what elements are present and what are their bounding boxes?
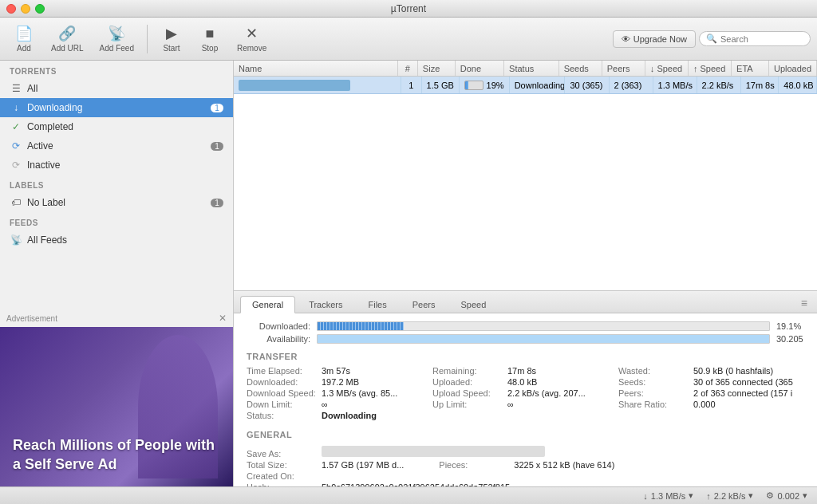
col-seeds-header[interactable]: Seeds — [559, 61, 602, 76]
sidebar-item-inactive[interactable]: ⟳ Inactive — [0, 156, 233, 175]
pieces-val: 3225 x 512 kB (have 614) — [514, 460, 614, 470]
remove-button[interactable]: ✕ Remove — [231, 22, 273, 56]
down-speed-arrow: ▾ — [689, 490, 693, 501]
seeds-row: Seeds: 30 of 365 connected (365 — [618, 377, 804, 387]
ratio-value: 0.002 — [777, 491, 799, 501]
downloaded-progress-row: Downloaded: 19.1% — [247, 321, 804, 331]
feeds-icon: 📡 — [10, 234, 22, 246]
add-button[interactable]: 📄 Add — [6, 22, 41, 56]
up-speed-status: ↑ 2.2 kB/s ▾ — [706, 490, 753, 501]
total-size-key: Total Size: — [247, 460, 318, 470]
col-size-header[interactable]: Size — [418, 61, 456, 76]
save-as-val — [322, 446, 545, 457]
time-elapsed-row: Time Elapsed: 3m 57s — [247, 366, 432, 376]
torrent-peers: 2 (363) — [614, 81, 642, 90]
down-limit-val: ∞ — [322, 400, 328, 409]
no-label-badge: 1 — [211, 199, 223, 207]
all-feeds-label: All Feeds — [27, 234, 223, 246]
tabs-list: General Trackers Files Peers Speed — [240, 296, 499, 313]
tab-files[interactable]: Files — [357, 296, 399, 313]
down-speed-status: ↓ 1.3 MB/s ▾ — [643, 490, 693, 501]
downloaded-key: Downloaded: — [247, 377, 318, 387]
sidebar-item-active[interactable]: ⟳ Active 1 — [0, 136, 233, 156]
col-eta-header[interactable]: ETA — [732, 61, 769, 76]
upgrade-button[interactable]: 👁 Upgrade Now — [613, 30, 696, 48]
total-size-row: Total Size: 1.57 GB (197 MB d... Pieces:… — [247, 460, 804, 470]
up-arrow-icon: ↑ — [706, 491, 711, 501]
all-icon: ☰ — [10, 83, 22, 94]
tab-peers[interactable]: Peers — [401, 296, 448, 313]
tab-general[interactable]: General — [240, 296, 295, 313]
ad-text: Reach Millions of People with a Self Ser… — [13, 436, 221, 474]
transfer-col-3: Wasted: 50.9 kB (0 hashfails) Seeds: 30 … — [618, 366, 804, 422]
ad-section: Advertisement ✕ Reach Millions of People… — [0, 309, 233, 486]
down-speed-key: Download Speed: — [247, 388, 318, 398]
col-name-header[interactable]: Name — [234, 61, 398, 76]
tab-speed[interactable]: Speed — [449, 296, 499, 313]
torrent-size: 1.5 GB — [427, 81, 454, 90]
start-icon: ▶ — [166, 25, 177, 42]
sidebar-item-all-feeds[interactable]: 📡 All Feeds — [0, 230, 233, 250]
torrent-list-empty — [234, 94, 817, 290]
share-ratio-row: Share Ratio: 0.000 — [618, 400, 804, 409]
add-feed-button[interactable]: 📡 Add Feed — [93, 22, 140, 56]
add-url-button[interactable]: 🔗 Add URL — [45, 22, 90, 56]
sidebar-item-all[interactable]: ☰ All — [0, 79, 233, 98]
stop-button[interactable]: ■ Stop — [192, 22, 227, 56]
downloading-icon: ↓ — [10, 102, 22, 113]
status-row: Status: Downloading — [247, 411, 432, 420]
torrent-up-speed-cell: 2.2 kB/s — [697, 77, 741, 93]
col-up-speed-header[interactable]: ↑ Speed — [689, 61, 732, 76]
sidebar-item-completed[interactable]: ✓ Completed — [0, 117, 233, 136]
inactive-label: Inactive — [27, 159, 223, 171]
col-uploaded-header[interactable]: Uploaded — [769, 61, 817, 76]
tabs-menu-icon[interactable]: ≡ — [798, 293, 811, 313]
time-elapsed-key: Time Elapsed: — [247, 366, 318, 376]
uploaded-key: Uploaded: — [432, 377, 504, 387]
torrent-status-cell: Downloading — [510, 77, 566, 93]
down-limit-key: Down Limit: — [247, 400, 318, 409]
search-input[interactable] — [720, 34, 803, 44]
col-down-speed-header[interactable]: ↓ Speed — [645, 61, 689, 76]
search-box[interactable]: 🔍 — [699, 31, 811, 46]
wasted-key: Wasted: — [618, 366, 690, 376]
minimize-button[interactable] — [21, 4, 30, 14]
up-speed-value: 2.2 kB/s — [714, 491, 746, 501]
up-limit-val: ∞ — [507, 400, 514, 409]
col-peers-header[interactable]: Peers — [602, 61, 645, 76]
maximize-button[interactable] — [35, 4, 45, 14]
sidebar-item-downloading[interactable]: ↓ Downloading 1 — [0, 98, 233, 117]
ad-close-button[interactable]: ✕ — [219, 313, 227, 324]
all-label: All — [27, 83, 223, 94]
table-row[interactable]: 1 1.5 GB 19% Downloading 30 (365) 2 (363… — [234, 77, 817, 94]
down-speed-row: Download Speed: 1.3 MB/s (avg. 85... — [247, 388, 432, 398]
status-val: Downloading — [322, 411, 377, 420]
col-done-header[interactable]: Done — [456, 61, 504, 76]
start-button[interactable]: ▶ Start — [154, 22, 189, 56]
torrent-up-speed: 2.2 kB/s — [702, 81, 734, 90]
sidebar-item-no-label[interactable]: 🏷 No Label 1 — [0, 193, 233, 212]
up-limit-key: Up Limit: — [432, 400, 504, 409]
col-status-header[interactable]: Status — [504, 61, 559, 76]
created-on-key: Created On: — [247, 471, 318, 481]
status-bar: ↓ 1.3 MB/s ▾ ↑ 2.2 kB/s ▾ ⚙ 0.002 ▾ — [0, 486, 817, 504]
tab-trackers[interactable]: Trackers — [297, 296, 354, 313]
ad-image[interactable]: Reach Millions of People with a Self Ser… — [0, 327, 234, 486]
add-feed-icon: 📡 — [108, 25, 125, 42]
torrent-size-cell: 1.5 GB — [422, 77, 460, 93]
bottom-panel: General Trackers Files Peers Speed ≡ Dow… — [234, 290, 817, 487]
downloaded-row: Downloaded: 197.2 MB — [247, 377, 432, 387]
titlebar: µTorrent — [0, 0, 817, 18]
sidebar: TORRENTS ☰ All ↓ Downloading 1 ✓ Complet… — [0, 61, 234, 486]
col-hash-header[interactable]: # — [398, 61, 418, 76]
torrent-down-speed-cell: 1.3 MB/s — [653, 77, 697, 93]
add-url-icon: 🔗 — [58, 25, 76, 42]
downloaded-progress-bar — [317, 321, 770, 331]
active-label: Active — [27, 140, 206, 152]
close-button[interactable] — [6, 4, 16, 14]
availability-progress-bar — [317, 334, 770, 344]
ad-header: Advertisement ✕ — [0, 309, 233, 327]
wasted-val: 50.9 kB (0 hashfails) — [693, 366, 773, 376]
up-limit-row: Up Limit: ∞ — [432, 400, 618, 409]
torrent-seeds-cell: 30 (365) — [565, 77, 609, 93]
